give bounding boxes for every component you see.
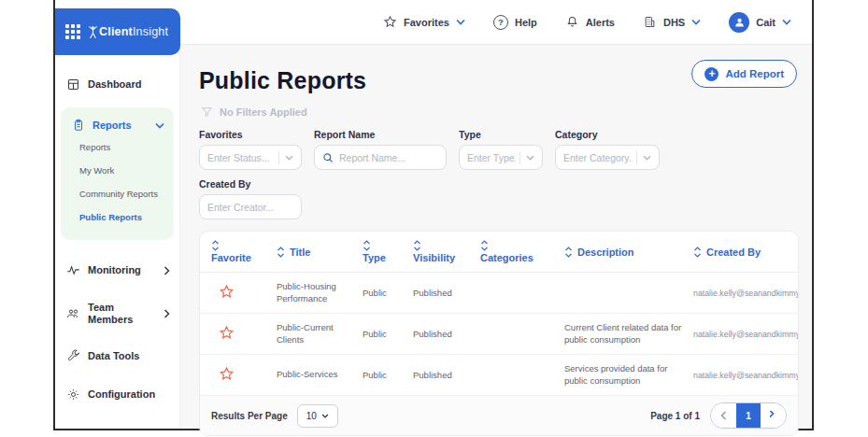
filter-type-label: Type — [459, 129, 543, 140]
sort-icon[interactable] — [413, 240, 421, 251]
column-header-description[interactable]: Description — [564, 247, 693, 258]
sidebar-subitem-my-work[interactable]: My Work — [66, 159, 168, 182]
help-icon: ? — [493, 15, 508, 30]
column-header-categories[interactable]: Categories — [480, 240, 564, 263]
divider — [636, 151, 637, 164]
brand-name: ClientInsight — [87, 25, 168, 39]
sort-icon[interactable] — [277, 247, 285, 258]
cell-title[interactable]: Public-Housing Performance — [277, 281, 363, 305]
filter-status[interactable]: No Filters Applied — [201, 106, 799, 118]
main-area: Dashboard Reports Reports My Work Commun… — [55, 45, 812, 429]
sidebar-item-data-tools[interactable]: Data Tools — [55, 341, 179, 372]
column-header-type[interactable]: Type — [363, 240, 413, 263]
chevron-right-icon — [770, 411, 776, 420]
category-select[interactable]: Enter Category... — [555, 145, 660, 170]
bell-icon — [565, 15, 579, 29]
filter-status-label: No Filters Applied — [220, 106, 307, 118]
wrench-icon — [66, 349, 80, 363]
created-by-box — [199, 194, 302, 219]
current-page[interactable]: 1 — [736, 402, 761, 429]
brand-logo[interactable]: ClientInsight — [55, 8, 180, 55]
column-header-created-by[interactable]: Created By — [693, 247, 787, 258]
building-icon — [643, 15, 657, 29]
chevron-down-icon — [691, 19, 701, 25]
favorite-star-button[interactable] — [211, 284, 235, 300]
sidebar-item-configuration[interactable]: Configuration — [55, 379, 179, 410]
report-name-input[interactable] — [339, 152, 438, 163]
sort-icon[interactable] — [480, 240, 489, 251]
cell-created-by: natalie.kelly@seanandkimmy.com — [693, 330, 799, 339]
cell-created-by: natalie.kelly@seanandkimmy.com — [693, 289, 799, 298]
sort-icon[interactable] — [693, 247, 702, 258]
person-logo-icon — [87, 25, 99, 39]
sidebar-group-reports: Reports Reports My Work Community Report… — [61, 107, 174, 240]
team-members-icon — [66, 306, 80, 320]
report-name-box — [314, 145, 447, 170]
favorites-select[interactable]: Enter Status... — [199, 145, 302, 170]
sidebar-label: Monitoring — [88, 264, 141, 276]
sort-icon[interactable] — [211, 240, 220, 251]
favorite-star-button[interactable] — [211, 325, 235, 341]
table-header: Favorite Title Type Visibility — [200, 232, 798, 273]
results-per-page-select[interactable]: 10 — [297, 404, 338, 428]
column-header-favorite[interactable]: Favorite — [211, 240, 277, 263]
reports-table: Favorite Title Type Visibility — [199, 231, 799, 436]
filter-created-by-label: Created By — [199, 178, 302, 190]
app-window: Favorites ? Help Alerts DHS Cait — [53, 0, 814, 430]
chevron-right-icon — [164, 266, 170, 275]
content-area: + Add Report Public Reports No Filters A… — [180, 45, 812, 429]
nav-org-switcher[interactable]: DHS — [643, 15, 701, 29]
results-per-page-label: Results Per Page — [211, 411, 288, 421]
monitoring-icon — [66, 263, 80, 277]
next-page-button[interactable] — [761, 402, 786, 429]
filter-created-by: Created By — [199, 178, 302, 219]
sidebar-label: Data Tools — [88, 350, 139, 362]
sidebar-item-team-members[interactable]: Team Members — [55, 293, 179, 333]
sidebar-label: Dashboard — [88, 78, 141, 91]
favorite-star-button[interactable] — [211, 366, 235, 382]
type-select[interactable]: Enter Type... — [459, 145, 543, 170]
nav-user-label: Cait — [756, 17, 776, 28]
sort-icon[interactable] — [363, 240, 371, 251]
cell-type: Public — [363, 288, 413, 298]
chevron-down-icon — [456, 19, 465, 25]
gear-icon — [66, 388, 80, 402]
chevron-right-icon — [164, 309, 170, 318]
filter-category: Category Enter Category... — [555, 129, 660, 170]
sort-icon[interactable] — [564, 247, 573, 258]
cell-title[interactable]: Public-Current Clients — [277, 322, 363, 346]
filter-favorites-label: Favorites — [199, 129, 302, 140]
filter-report-name-label: Report Name — [314, 129, 447, 140]
table-row: Public-Services Public Published Service… — [200, 355, 798, 396]
sidebar-item-monitoring[interactable]: Monitoring — [55, 255, 179, 286]
chevron-down-icon — [526, 155, 534, 161]
nav-help[interactable]: ? Help — [493, 15, 537, 30]
sidebar-item-reports[interactable]: Reports — [66, 115, 168, 135]
nav-favorites[interactable]: Favorites — [383, 15, 465, 29]
chevron-down-icon — [285, 155, 293, 161]
cell-title[interactable]: Public-Services — [277, 369, 363, 381]
pagination: 1 — [710, 402, 787, 429]
add-report-button[interactable]: + Add Report — [691, 60, 797, 88]
created-by-input[interactable] — [207, 202, 293, 213]
nav-favorites-label: Favorites — [404, 17, 449, 28]
cell-description: Services provided data for public consum… — [564, 363, 693, 388]
page-info: Page 1 of 1 — [650, 411, 700, 421]
nav-alerts[interactable]: Alerts — [565, 15, 615, 29]
cell-visibility: Published — [413, 329, 480, 339]
nav-user-menu[interactable]: Cait — [729, 12, 791, 33]
sidebar-subitem-community-reports[interactable]: Community Reports — [66, 182, 168, 205]
category-placeholder: Enter Category... — [563, 152, 633, 163]
sidebar-item-dashboard[interactable]: Dashboard — [55, 69, 179, 100]
previous-page-button[interactable] — [711, 402, 736, 429]
chevron-down-icon — [321, 414, 329, 418]
filter-report-name: Report Name — [314, 129, 447, 170]
table-footer: Results Per Page 10 Page 1 of 1 1 — [200, 396, 798, 435]
sidebar-subitem-reports[interactable]: Reports — [66, 135, 168, 159]
user-icon — [733, 16, 746, 28]
filter-favorites: Favorites Enter Status... — [199, 129, 302, 170]
sidebar-lower: Monitoring Team Members Data Tools — [55, 255, 179, 410]
sidebar-subitem-public-reports[interactable]: Public Reports — [66, 205, 168, 229]
column-header-visibility[interactable]: Visibility — [413, 240, 480, 263]
column-header-title[interactable]: Title — [277, 247, 363, 258]
